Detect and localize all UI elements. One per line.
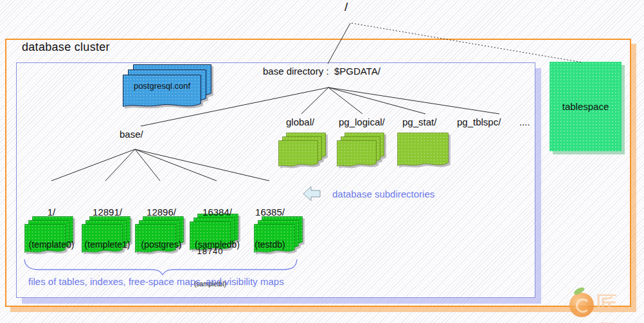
- root-label: /: [344, 0, 348, 14]
- watermark: 匠果: [563, 286, 640, 321]
- postgres-cluster-diagram: tablespace postgresql.conf: [0, 0, 644, 323]
- tablespace-box: tablespace: [550, 62, 622, 151]
- tablespace-label: tablespace: [562, 101, 609, 112]
- tangerine-ring-icon: [576, 299, 590, 313]
- pg-logical-dir-stack-icon: [337, 133, 386, 170]
- dir-label-pg-stat: pg_stat/: [402, 116, 436, 127]
- config-file-label: postgresql.conf: [123, 82, 201, 91]
- ellipsis-label: ....: [519, 116, 530, 127]
- subdir-name: (testdb): [238, 239, 302, 250]
- tangerine-icon: [569, 293, 594, 317]
- subdir-name: (template0): [19, 239, 84, 250]
- note-files-of-tables: files of tables, indexes, free-space map…: [28, 276, 284, 287]
- watermark-text: 匠果: [596, 290, 640, 323]
- dir-label-global: global/: [286, 116, 314, 127]
- subdir-oid: 1/: [19, 207, 84, 217]
- subdir-column: 16385/ (testdb): [238, 184, 302, 272]
- base-directory-label: base directory : $PGDATA/: [263, 66, 380, 77]
- global-dir-stack-icon: [278, 133, 327, 170]
- subdir-column: 1/ (template0): [19, 184, 84, 272]
- pg-stat-dir-doc-icon: [397, 133, 451, 170]
- left-arrow-icon: [302, 184, 321, 203]
- subdir-oid: 16385/: [238, 207, 302, 217]
- dir-label-pg-tblspc: pg_tblspc/: [457, 116, 501, 127]
- subdir-column: 12896/ (postgres): [129, 184, 193, 272]
- dir-label-base: base/: [120, 129, 143, 140]
- dir-label-pg-logical: pg_logical/: [339, 116, 385, 127]
- subdir-oid: 12896/: [129, 207, 193, 217]
- subdir-name: (postgres): [129, 239, 193, 250]
- cluster-title: database cluster: [22, 41, 110, 54]
- note-database-subdirectories: database subdirectories: [332, 189, 434, 199]
